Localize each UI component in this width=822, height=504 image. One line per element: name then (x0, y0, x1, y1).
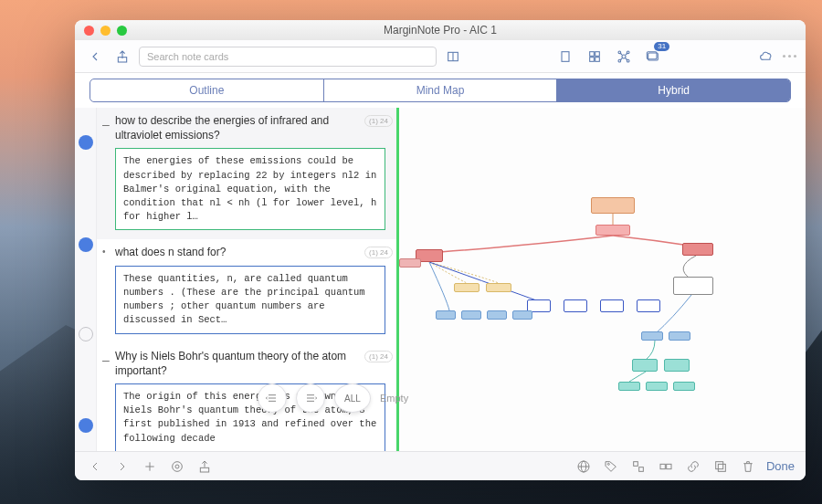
done-button[interactable]: Done (766, 459, 795, 473)
globe-button[interactable] (574, 457, 593, 476)
svg-point-33 (607, 463, 609, 465)
maximize-window-button[interactable] (117, 26, 127, 36)
close-window-button[interactable] (84, 26, 94, 36)
collapse-toggle[interactable]: – (102, 352, 110, 367)
content-area: – (1) 24 how to describe the energies of… (75, 108, 806, 451)
select-all-button[interactable]: ALL (334, 383, 371, 413)
svg-rect-29 (200, 467, 208, 472)
app-window: MarginNote Pro - AIC 1 Search note cards (75, 20, 806, 480)
window-controls (75, 26, 127, 36)
card-ref: (1) 24 (364, 115, 393, 127)
svg-rect-3 (562, 51, 569, 61)
mindmap-node[interactable] (646, 382, 668, 391)
group-button[interactable] (629, 457, 648, 476)
svg-point-27 (175, 465, 179, 468)
selection-strip (75, 108, 97, 451)
card-ref: (1) 24 (364, 351, 393, 362)
back-button[interactable] (84, 46, 106, 68)
mindmap-view-button[interactable] (613, 46, 635, 68)
svg-point-8 (622, 55, 626, 58)
flashcard-button[interactable]: 31 (642, 46, 664, 68)
mindmap-node[interactable] (673, 382, 695, 391)
tab-hybrid[interactable]: Hybrid (557, 79, 790, 101)
collapse-toggle[interactable]: • (102, 247, 106, 257)
mindmap-node[interactable] (669, 331, 690, 341)
svg-line-14 (626, 53, 627, 55)
svg-rect-36 (660, 464, 665, 468)
mindmap-node[interactable] (632, 359, 658, 372)
svg-rect-34 (634, 461, 638, 466)
mindmap-node[interactable] (486, 283, 511, 292)
book-view-button[interactable] (442, 46, 464, 68)
mindmap-connectors (399, 108, 806, 451)
cards-view-button[interactable] (584, 46, 606, 68)
svg-rect-7 (595, 57, 600, 61)
select-card-4[interactable] (79, 418, 93, 433)
flashcard-badge: 31 (654, 42, 669, 51)
titlebar: MarginNote Pro - AIC 1 (75, 20, 806, 40)
mindmap-node[interactable] (618, 382, 640, 391)
mindmap-node[interactable] (399, 258, 421, 268)
view-tabs: Outline Mind Map Hybrid (90, 79, 791, 102)
note-card[interactable]: – (1) 24 how to describe the energies of… (97, 108, 396, 239)
minimize-window-button[interactable] (100, 26, 111, 36)
note-card[interactable]: • (1) 24 what does n stand for? These qu… (97, 239, 396, 342)
mindmap-node[interactable] (454, 283, 480, 292)
tag-button[interactable] (602, 457, 620, 476)
card-ref: (1) 24 (364, 247, 393, 258)
svg-rect-5 (595, 51, 600, 56)
mindmap-node[interactable] (664, 359, 690, 372)
tab-outline[interactable]: Outline (90, 79, 324, 101)
mindmap-node[interactable] (641, 331, 663, 341)
card-question: what does n stand for? (115, 245, 385, 259)
outline-action-floatbar: ALL Empty (258, 383, 408, 413)
toolbar-center: 31 (469, 46, 751, 68)
select-card-3[interactable] (79, 327, 93, 341)
indent-button[interactable] (296, 383, 325, 413)
svg-line-16 (626, 58, 627, 60)
mindmap-node[interactable] (487, 310, 507, 320)
cloud-sync-button[interactable] (755, 46, 777, 68)
mindmap-node[interactable] (682, 243, 713, 256)
mindmap-node[interactable] (512, 310, 532, 320)
svg-rect-6 (590, 57, 595, 61)
select-card-2[interactable] (79, 237, 93, 252)
share-button[interactable] (111, 46, 133, 68)
mindmap-node[interactable] (591, 197, 635, 214)
add-button[interactable] (141, 457, 159, 476)
window-title: MarginNote Pro - AIC 1 (75, 24, 806, 37)
tab-mindmap[interactable]: Mind Map (324, 79, 558, 101)
select-card-1[interactable] (79, 135, 93, 150)
mindmap-panel[interactable] (399, 108, 806, 451)
mindmap-node[interactable] (595, 225, 630, 236)
mindmap-node[interactable] (673, 277, 713, 295)
svg-line-15 (620, 58, 622, 60)
merge-button[interactable] (657, 457, 675, 476)
mindmap-node[interactable] (461, 310, 481, 320)
search-input[interactable]: Search note cards (139, 47, 437, 67)
card-question: Why is Niels Bohr's quantum theory of th… (115, 349, 385, 378)
more-menu-button[interactable] (783, 55, 796, 58)
copy-button[interactable] (711, 457, 730, 476)
back-history-button[interactable] (86, 457, 104, 476)
outdent-button[interactable] (258, 383, 287, 413)
settings-button[interactable] (168, 457, 186, 476)
forward-history-button[interactable] (113, 457, 132, 476)
export-button[interactable] (195, 457, 214, 476)
card-excerpt: The energies of these emissions could be… (115, 148, 385, 230)
card-excerpt: These quantities, n, are called quantum … (115, 266, 385, 334)
mindmap-node[interactable] (637, 299, 660, 312)
empty-label[interactable]: Empty (380, 393, 408, 404)
mindmap-node[interactable] (600, 299, 624, 312)
bottom-toolbar: Done (75, 451, 806, 480)
card-question: how to describe the energies of infrared… (115, 113, 385, 142)
svg-point-28 (173, 461, 183, 471)
svg-rect-38 (718, 464, 725, 471)
svg-rect-37 (667, 464, 671, 468)
mindmap-node[interactable] (564, 299, 587, 312)
mindmap-node[interactable] (436, 310, 456, 320)
delete-button[interactable] (739, 457, 757, 476)
document-view-button[interactable] (554, 46, 576, 68)
link-button[interactable] (684, 457, 702, 476)
collapse-toggle[interactable]: – (102, 117, 110, 131)
